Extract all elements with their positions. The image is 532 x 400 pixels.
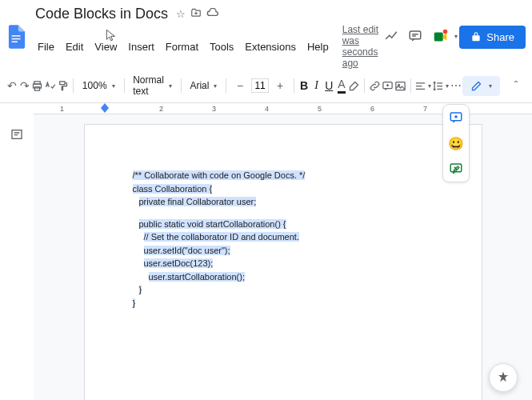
toolbar: ↶ ↷ 100%▾ Normal text▾ Arial▾ − + B I U …	[0, 69, 532, 103]
explore-button[interactable]	[489, 363, 518, 392]
explore-icon	[496, 370, 510, 385]
editing-mode-button[interactable]: ▾	[462, 76, 500, 96]
text-color-button[interactable]: A	[336, 76, 348, 95]
chevron-down-icon: ▾	[169, 82, 172, 90]
last-edit-link[interactable]: Last edit was seconds ago	[342, 24, 385, 69]
spellcheck-button[interactable]	[44, 76, 56, 95]
code-line: /** Collaborate with code on Google Docs…	[133, 170, 306, 180]
code-line: private final Collaborator user;	[139, 197, 257, 206]
code-line: class Collaboration {	[133, 184, 213, 194]
ruler-tick: 6	[370, 105, 374, 113]
chevron-down-icon: ▾	[454, 33, 458, 40]
docs-logo[interactable]	[6, 23, 27, 50]
svg-rect-9	[60, 81, 65, 84]
menu-insert[interactable]: Insert	[122, 38, 160, 55]
menu-file[interactable]: File	[32, 38, 60, 55]
left-indent[interactable]	[101, 103, 109, 108]
code-line: }	[139, 285, 142, 294]
star-icon[interactable]: ☆	[176, 8, 186, 20]
ruler-tick: 4	[265, 105, 269, 113]
code-line: user.setDoc(123);	[144, 258, 214, 268]
paint-format-button[interactable]	[57, 76, 69, 95]
print-button[interactable]	[31, 76, 43, 95]
insert-image-button[interactable]	[394, 76, 406, 95]
chevron-down-icon: ▾	[428, 82, 431, 90]
align-button[interactable]: ▾	[414, 76, 431, 95]
code-line: user.setId("doc user");	[144, 246, 230, 255]
menu-format[interactable]: Format	[160, 38, 204, 55]
insert-comment-button[interactable]	[382, 76, 394, 95]
menu-extensions[interactable]: Extensions	[239, 38, 302, 55]
menu-view[interactable]: View	[89, 38, 122, 55]
move-icon[interactable]	[190, 7, 202, 21]
ruler-tick: 5	[318, 105, 322, 113]
pencil-icon	[470, 80, 482, 92]
redo-button[interactable]: ↷	[19, 76, 31, 95]
decrease-font-button[interactable]: −	[230, 76, 250, 95]
ruler-tick: 1	[60, 105, 64, 113]
more-button[interactable]: ⋯	[450, 76, 462, 95]
bold-button[interactable]: B	[298, 76, 310, 95]
ruler-tick: 3	[212, 105, 216, 113]
font-size-input[interactable]	[251, 78, 269, 93]
code-line: user.startCollaboration();	[149, 272, 245, 282]
menu-tools[interactable]: Tools	[204, 38, 239, 55]
document-title[interactable]: Code Blocks in Docs	[32, 5, 171, 23]
hide-menus-button[interactable]: ˆ	[506, 76, 526, 95]
add-comment-button[interactable]	[443, 105, 469, 130]
ruler-tick: 2	[159, 105, 163, 113]
chevron-down-icon: ▾	[446, 82, 449, 90]
chevron-down-icon: ▾	[489, 82, 492, 90]
code-line: // Set the collaborator ID and document.	[144, 232, 299, 242]
menu-edit[interactable]: Edit	[60, 38, 89, 55]
outline-toggle-button[interactable]	[8, 126, 26, 146]
share-label: Share	[486, 31, 514, 43]
zoom-select[interactable]: 100%▾	[78, 78, 120, 94]
cloud-status-icon[interactable]	[206, 8, 219, 20]
activity-icon[interactable]	[384, 29, 398, 46]
comment-history-icon[interactable]	[408, 29, 422, 46]
lock-icon	[470, 31, 482, 42]
svg-rect-2	[12, 42, 18, 42]
code-line: }	[133, 298, 136, 308]
menu-help[interactable]: Help	[302, 38, 334, 55]
font-select[interactable]: Arial▾	[185, 78, 222, 94]
ruler-tick: 7	[423, 105, 427, 113]
code-line: public static void startCollaboration() …	[139, 219, 286, 229]
svg-point-5	[443, 30, 448, 34]
svg-rect-0	[12, 35, 21, 36]
insert-link-button[interactable]	[369, 76, 381, 95]
meet-icon[interactable]: ▾	[432, 28, 450, 46]
style-select[interactable]: Normal text▾	[128, 72, 177, 99]
add-emoji-button[interactable]: 😀	[443, 130, 469, 156]
svg-rect-1	[12, 38, 21, 39]
chevron-down-icon: ▾	[214, 82, 217, 90]
increase-font-button[interactable]: +	[270, 76, 290, 95]
first-line-indent[interactable]	[101, 108, 109, 113]
highlight-button[interactable]	[348, 76, 360, 95]
line-spacing-button[interactable]: ▾	[432, 76, 449, 95]
svg-rect-4	[434, 33, 443, 42]
chevron-down-icon: ▾	[112, 82, 115, 90]
undo-button[interactable]: ↶	[6, 76, 18, 95]
comment-tools: 😀	[442, 104, 470, 182]
selected-code-block[interactable]: /** Collaborate with code on Google Docs…	[133, 169, 434, 310]
suggest-edits-button[interactable]	[443, 156, 469, 182]
italic-button[interactable]: I	[310, 76, 322, 95]
share-button[interactable]: Share	[459, 26, 526, 49]
svg-rect-3	[410, 31, 422, 39]
underline-button[interactable]: U	[323, 76, 335, 95]
page[interactable]: /** Collaborate with code on Google Docs…	[84, 124, 482, 400]
